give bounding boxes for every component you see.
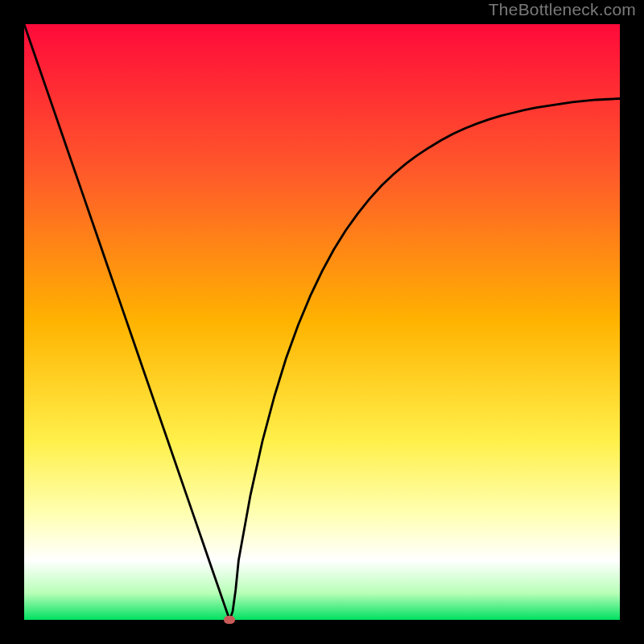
bottleneck-curve	[24, 24, 620, 620]
chart-frame: TheBottleneck.com	[0, 0, 644, 644]
min-marker-icon	[224, 616, 235, 624]
watermark-text: TheBottleneck.com	[489, 0, 636, 19]
plot-area	[24, 24, 620, 620]
curve-svg	[24, 24, 620, 620]
